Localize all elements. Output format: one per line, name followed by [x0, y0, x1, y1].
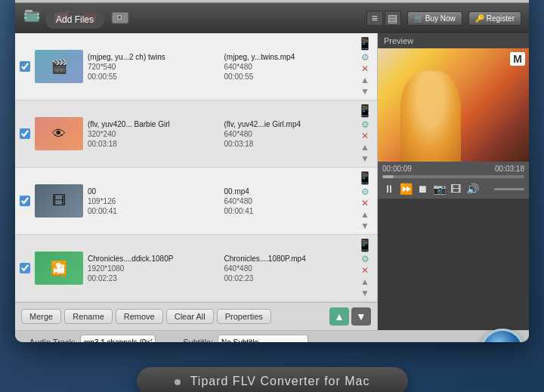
file-thumbnail-1: 🎬 [35, 50, 83, 83]
preview-label: Preview [378, 33, 529, 48]
titlebar: Tipard FLV Converter for Mac(Unregistere… [15, 0, 529, 3]
phone-icon-3[interactable]: 📱 [357, 171, 372, 185]
preview-controls: 00:00:09 00:03:18 ⏸ ⏩ ⏹ 📷 🎞 🔊 [378, 162, 529, 199]
grid-view-button[interactable]: ▤ [385, 11, 401, 26]
brand-label: Tipard FLV Converter for Mac [190, 375, 370, 387]
phone-icon-1[interactable]: 📱 [357, 36, 372, 51]
preview-playback-buttons: ⏸ ⏩ ⏹ 📷 🎞 🔊 [382, 182, 524, 196]
convert-button[interactable]: ↻ [481, 329, 524, 342]
file-actions-1: 📱 ⚙ ✕ ▲ ▼ [357, 36, 372, 97]
down-icon-4[interactable]: ▼ [360, 288, 370, 298]
close-icon-2[interactable]: ✕ [360, 131, 370, 141]
forward-button[interactable]: ⏩ [399, 182, 413, 196]
gear-icon-4[interactable]: ⚙ [360, 254, 370, 264]
file-checkbox-3[interactable] [20, 196, 30, 206]
down-icon-1[interactable]: ▼ [360, 86, 370, 97]
close-icon-4[interactable]: ✕ [360, 265, 370, 276]
file-out-res-2: 640*480 [224, 130, 354, 138]
file-out-dur-2: 00:03:18 [224, 140, 354, 148]
file-checkbox-1[interactable] [20, 61, 30, 72]
file-name-1: (mjpeg, yu...2 ch) twins [88, 53, 217, 61]
file-dur-4: 00:02:23 [88, 274, 217, 282]
gear-icon-1[interactable]: ⚙ [360, 52, 370, 63]
preview-logo: M [510, 52, 525, 66]
stop-button[interactable]: ⏹ [416, 182, 429, 196]
action-row: Merge Rename Remove Clear All Properties… [15, 302, 377, 330]
file-checkbox-4[interactable] [20, 263, 30, 273]
file-output-3: 00.mp4 [224, 187, 354, 196]
file-actions-2: 📱 ⚙ ✕ ▲ ▼ [357, 103, 372, 164]
file-out-res-3: 640*480 [224, 197, 354, 205]
file-list: 🎬 (mjpeg, yu...2 ch) twins 720*540 00:00… [15, 33, 378, 330]
buy-now-button[interactable]: 🛒 Buy Now [407, 11, 462, 26]
file-out-dur-1: 00:00:55 [224, 73, 354, 81]
cart-icon: 🛒 [414, 14, 423, 23]
add-files-bubble[interactable]: Add Files [45, 11, 104, 29]
preview-progress-fill [382, 175, 394, 178]
properties-button[interactable]: Properties [217, 309, 271, 324]
down-icon-3[interactable]: ▼ [360, 221, 370, 231]
preview-silhouette [400, 71, 461, 162]
file-checkbox-2[interactable] [20, 128, 30, 139]
file-dur-3: 00:00:41 [88, 207, 217, 215]
phone-icon-4[interactable]: 📱 [357, 238, 372, 252]
close-icon-3[interactable]: ✕ [360, 198, 370, 208]
svg-point-14 [118, 16, 121, 19]
preview-progress-bar[interactable] [382, 175, 524, 178]
file-info-2: (flv, yuv420... Barbie Girl 320*240 00:0… [88, 120, 353, 148]
register-button[interactable]: 🔑 Register [468, 11, 521, 26]
file-res-3: 109*126 [88, 197, 217, 205]
phone-icon-2[interactable]: 📱 [357, 103, 372, 118]
toolbar-right: ≡ ▤ 🛒 Buy Now 🔑 Register [366, 11, 521, 26]
audio-track-select[interactable]: mp3 1 channels (0x1) [80, 335, 156, 342]
file-thumbnail-3: 🎞 [35, 184, 83, 218]
rename-button[interactable]: Rename [64, 309, 113, 324]
file-out-res-4: 640*480 [224, 264, 354, 273]
bottom-brand: Tipard FLV Converter for Mac [137, 367, 408, 392]
main-window: Tipard FLV Converter for Mac(Unregistere… [15, 0, 529, 342]
clear-all-button[interactable]: Clear All [166, 309, 214, 324]
up-icon-1[interactable]: ▲ [360, 75, 370, 85]
file-info-4: Chronicles....ddick.1080P 1920*1080 00:0… [88, 255, 353, 282]
up-icon-3[interactable]: ▲ [360, 209, 370, 220]
file-output-1: (mjpeg, y...twins.mp4 [224, 53, 354, 61]
preview-time-current: 00:00:09 [382, 165, 412, 173]
refresh-icon: ↻ [496, 341, 509, 342]
frame-button[interactable]: 🎞 [449, 182, 462, 196]
file-info-3: 00 109*126 00:00:41 00.mp4 640*480 00:00… [88, 187, 353, 215]
subtitle-label: Subtitle: [160, 338, 213, 342]
file-thumbnail-2: 👁 [35, 117, 83, 150]
svg-rect-3 [24, 13, 26, 15]
subtitle-select[interactable]: No Subtitle [218, 335, 308, 342]
key-icon: 🔑 [475, 14, 484, 23]
settings-area: Audio Track: mp3 1 channels (0x1) Subtit… [15, 330, 529, 342]
add-file-icon[interactable] [23, 8, 47, 29]
up-icon-2[interactable]: ▲ [360, 142, 370, 153]
svg-rect-4 [24, 17, 26, 19]
gear-icon-3[interactable]: ⚙ [360, 187, 370, 197]
file-actions-3: 📱 ⚙ ✕ ▲ ▼ [357, 171, 372, 231]
file-out-res-1: 640*480 [224, 63, 354, 71]
up-icon-4[interactable]: ▲ [360, 276, 370, 287]
down-icon-2[interactable]: ▼ [360, 153, 370, 164]
file-name-2: (flv, yuv420... Barbie Girl [88, 120, 217, 128]
merge-button[interactable]: Merge [21, 309, 61, 324]
settings-tool-icon[interactable] [109, 8, 133, 29]
preview-time-row: 00:00:09 00:03:18 [382, 165, 524, 173]
gear-icon-2[interactable]: ⚙ [360, 119, 370, 130]
move-up-button[interactable]: ▲ [329, 307, 349, 326]
pause-button[interactable]: ⏸ [382, 182, 396, 196]
audio-track-label: Audio Track: [23, 338, 76, 342]
table-row: 🎬 (mjpeg, yu...2 ch) twins 720*540 00:00… [15, 33, 377, 100]
list-view-button[interactable]: ≡ [366, 11, 383, 26]
move-down-button[interactable]: ▼ [351, 307, 371, 326]
screenshot-button[interactable]: 📷 [432, 182, 446, 196]
file-output-2: (flv, yuv42...ie Girl.mp4 [224, 120, 354, 128]
volume-slider[interactable] [494, 188, 524, 190]
main-area: 🎬 (mjpeg, yu...2 ch) twins 720*540 00:00… [15, 33, 529, 330]
file-out-dur-3: 00:00:41 [224, 207, 354, 215]
remove-button[interactable]: Remove [116, 309, 163, 324]
file-res-2: 320*240 [88, 130, 217, 138]
preview-panel: Preview M 00:00:09 00:03:18 ⏸ ⏩ ⏹ [378, 33, 529, 330]
close-icon-1[interactable]: ✕ [360, 63, 370, 74]
